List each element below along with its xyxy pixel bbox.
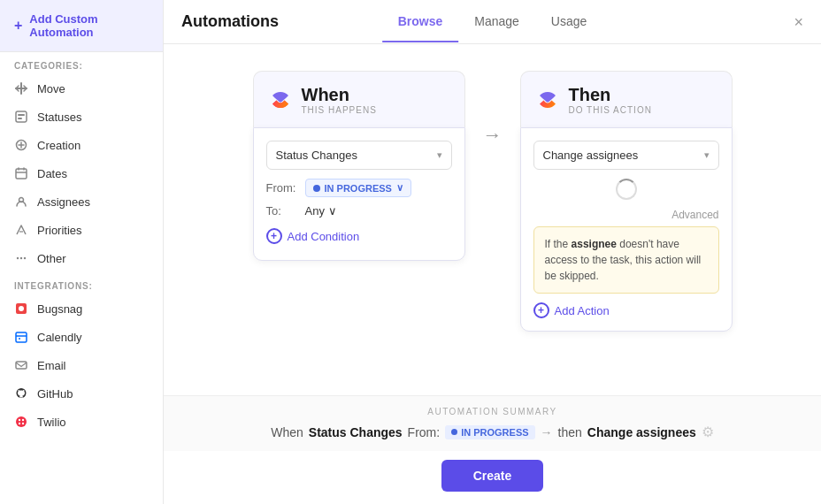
sidebar-item-bugsnag[interactable]: Bugsnag [0,294,163,323]
categories-label: CATEGORIES: [0,52,163,74]
priorities-icon [14,223,28,237]
email-icon [14,358,28,372]
twilio-label: Twilio [37,416,66,429]
to-label: To: [266,204,298,218]
trigger-clickup-icon [268,88,293,112]
summary-gear-icon: ⚙ [702,424,714,440]
trigger-dropdown-value: Status Changes [276,149,358,162]
from-row: From: IN PROGRESS ∨ [266,179,452,197]
dates-icon [14,166,28,180]
svg-point-12 [19,338,20,340]
spinner-area [533,179,719,200]
creation-label: Creation [37,139,81,152]
from-chevron: ∨ [396,182,403,194]
action-sub: DO THIS ACTION [569,105,652,115]
action-card-header: Then DO THIS ACTION [520,71,733,127]
other-icon [14,251,28,265]
sidebar-item-assignees[interactable]: Assignees [0,187,163,216]
summary-label: AUTOMATION SUMMARY [181,407,803,416]
svg-point-10 [19,306,24,311]
sidebar-item-creation[interactable]: Creation [0,131,163,159]
dates-label: Dates [37,167,67,180]
sidebar-item-twilio[interactable]: Twilio [0,408,163,436]
summary-from-value: IN PROGRESS [461,427,528,438]
svg-point-16 [19,419,20,421]
from-status-value: IN PROGRESS [325,183,392,194]
svg-point-8 [24,257,26,259]
status-dot [313,185,320,192]
to-any-badge[interactable]: Any ∨ [305,204,337,218]
github-icon [14,386,28,401]
add-action-button[interactable]: + Add Action [533,294,719,318]
tab-browse[interactable]: Browse [382,2,459,42]
sidebar-item-priorities[interactable]: Priorities [0,216,163,244]
trigger-title: When [302,84,377,105]
from-label: From: [266,181,298,195]
action-dropdown[interactable]: Change assignees ▾ [533,141,719,170]
sidebar-item-github[interactable]: GitHub [0,379,163,408]
footer-actions: Create [164,451,821,504]
calendly-icon [14,330,28,344]
priorities-label: Priorities [37,224,82,237]
tab-manage[interactable]: Manage [458,2,535,42]
svg-point-6 [17,257,19,259]
warning-box: If the assignee doesn't have access to t… [533,226,719,294]
trigger-card-header: When THIS HAPPENS [253,71,465,127]
sidebar-item-other[interactable]: Other [0,244,163,272]
advanced-link[interactable]: Advanced [533,209,719,221]
sidebar-item-statuses[interactable]: Statuses [0,103,163,131]
svg-point-17 [22,419,24,421]
workflow-arrow: → [483,71,503,147]
add-custom-automation-button[interactable]: + Add Custom Automation [0,0,163,52]
svg-point-18 [19,423,20,424]
trigger-dropdown[interactable]: Status Changes ▾ [266,141,452,170]
sidebar-item-calendly[interactable]: Calendly [0,323,163,351]
sidebar-item-dates[interactable]: Dates [0,159,163,187]
other-label: Other [37,252,66,265]
sidebar: + Add Custom Automation CATEGORIES: Move… [0,0,164,504]
action-header-text: Then DO THIS ACTION [569,84,652,115]
to-chevron: ∨ [328,204,337,218]
warning-pre: If the [545,238,572,250]
summary-trigger: Status Changes [309,425,403,439]
to-row: To: Any ∨ [266,204,452,218]
trigger-header-text: When THIS HAPPENS [302,84,377,115]
add-action-circle-icon: + [533,302,549,318]
email-label: Email [37,359,66,372]
add-condition-label: Add Condition [288,230,360,243]
move-label: Move [37,82,65,95]
trigger-dropdown-chevron: ▾ [437,149,442,161]
action-card: Then DO THIS ACTION Change assignees ▾ A… [520,71,733,332]
trigger-card-body: Status Changes ▾ From: IN PROGRESS ∨ [253,127,465,261]
from-status-badge[interactable]: IN PROGRESS ∨ [305,179,411,197]
summary-then: then [558,425,582,439]
loading-spinner [616,179,637,200]
summary-status-badge: IN PROGRESS [445,425,534,439]
twilio-icon [14,415,28,429]
action-clickup-icon [535,88,560,112]
summary-arrow-icon: → [541,425,553,439]
summary-area: AUTOMATION SUMMARY When Status Changes F… [164,395,821,451]
statuses-label: Statuses [37,111,82,124]
move-icon [14,81,28,95]
svg-rect-0 [16,111,27,122]
svg-rect-11 [16,332,27,342]
summary-when: When [271,425,303,439]
sidebar-item-email[interactable]: Email [0,351,163,379]
statuses-icon [14,110,28,124]
sidebar-item-move[interactable]: Move [0,74,163,103]
plus-icon: + [14,18,22,34]
svg-rect-1 [18,114,25,116]
trigger-card: When THIS HAPPENS Status Changes ▾ From: [253,71,465,261]
integrations-label: INTEGRATIONS: [0,272,163,294]
summary-text: When Status Changes From: IN PROGRESS → … [181,424,803,440]
right-arrow-icon: → [483,124,503,147]
app-container: + Add Custom Automation CATEGORIES: Move… [0,0,821,504]
svg-rect-2 [18,118,22,119]
calendly-label: Calendly [37,331,82,344]
tab-usage[interactable]: Usage [535,2,602,42]
add-condition-button[interactable]: + Add Condition [266,225,452,248]
create-button[interactable]: Create [441,460,544,492]
add-condition-circle-icon: + [266,228,282,244]
close-button[interactable]: × [794,14,803,30]
